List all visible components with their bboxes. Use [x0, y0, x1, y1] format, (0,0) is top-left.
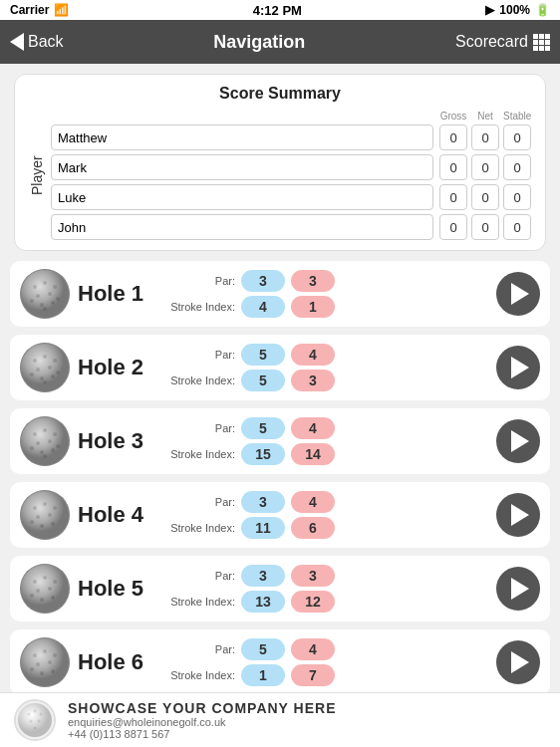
- par-blue-4: 3: [241, 491, 285, 513]
- hole-label-3: Hole 3: [78, 428, 157, 454]
- si-label-4: Stroke Index:: [165, 522, 235, 534]
- svg-point-43: [40, 524, 44, 528]
- stable-header: Stable: [503, 111, 531, 122]
- si-label-1: Stroke Index:: [165, 301, 235, 313]
- svg-point-27: [43, 428, 47, 432]
- holes-container: Hole 1 Par: 3 3 Stroke Index: 4 1: [0, 261, 560, 747]
- hole-row-6: Hole 6 Par: 5 4 Stroke Index: 1 7: [10, 629, 550, 695]
- back-arrow-icon: [10, 33, 24, 51]
- svg-point-38: [33, 506, 37, 510]
- svg-point-9: [30, 299, 34, 303]
- svg-point-31: [40, 450, 44, 454]
- par-row-3: Par: 5 4: [165, 417, 488, 439]
- play-icon-6: [511, 651, 529, 673]
- svg-point-7: [40, 303, 44, 307]
- par-blue-2: 5: [241, 344, 285, 366]
- footer-email: enquiries@wholeinonegolf.co.uk: [68, 716, 546, 728]
- back-button[interactable]: Back: [10, 33, 64, 51]
- play-button-1[interactable]: [496, 272, 540, 316]
- player-name-input-2[interactable]: [51, 184, 433, 210]
- svg-point-47: [21, 565, 69, 613]
- grid-icon: [533, 34, 550, 51]
- battery-label: 100%: [499, 3, 530, 17]
- par-blue-1: 3: [241, 270, 285, 292]
- net-score-0: 0: [471, 124, 499, 150]
- play-button-4[interactable]: [496, 493, 540, 537]
- si-pink-1: 1: [291, 296, 335, 318]
- hole-label-4: Hole 4: [78, 502, 157, 528]
- svg-point-45: [30, 520, 34, 524]
- svg-point-72: [38, 720, 41, 723]
- svg-point-44: [51, 522, 55, 526]
- footer-logo: [14, 699, 56, 741]
- svg-point-53: [40, 598, 44, 602]
- player-row-2: 0 0 0: [51, 184, 531, 210]
- status-bar: Carrier 📶 4:12 PM ▶ 100% 🔋: [0, 0, 560, 20]
- player-row-3: 0 0 0: [51, 214, 531, 240]
- hole-stats-6: Par: 5 4 Stroke Index: 1 7: [165, 638, 488, 686]
- hole-stats-1: Par: 3 3 Stroke Index: 4 1: [165, 270, 488, 318]
- svg-point-55: [30, 594, 34, 598]
- hole-label-5: Hole 5: [78, 576, 157, 602]
- si-label-6: Stroke Index:: [165, 669, 235, 681]
- svg-point-67: [18, 703, 52, 737]
- stable-score-0: 0: [503, 124, 531, 150]
- par-blue-3: 5: [241, 417, 285, 439]
- hole-row-1: Hole 1 Par: 3 3 Stroke Index: 4 1: [10, 261, 550, 327]
- svg-point-73: [34, 727, 37, 730]
- svg-point-18: [48, 366, 52, 370]
- hole-ball-5: [20, 564, 70, 614]
- play-button-3[interactable]: [496, 419, 540, 463]
- gross-score-1: 0: [439, 154, 467, 180]
- svg-point-29: [36, 441, 40, 445]
- score-nums-3: 0 0 0: [439, 214, 531, 240]
- svg-point-21: [30, 373, 34, 376]
- score-summary: Score Summary Player Gross Net Stable 0: [14, 74, 546, 251]
- svg-point-5: [36, 294, 40, 298]
- par-row-4: Par: 3 4: [165, 491, 488, 513]
- player-name-input-3[interactable]: [51, 214, 433, 240]
- svg-point-30: [48, 439, 52, 443]
- par-label-3: Par:: [165, 422, 235, 434]
- svg-point-11: [43, 307, 47, 311]
- signal-icon: ▶: [485, 3, 494, 17]
- si-row-5: Stroke Index: 13 12: [165, 591, 488, 613]
- svg-point-52: [48, 587, 52, 591]
- si-row-4: Stroke Index: 11 6: [165, 517, 488, 539]
- play-button-6[interactable]: [496, 640, 540, 684]
- player-name-input-0[interactable]: [51, 124, 433, 150]
- svg-point-28: [53, 432, 57, 436]
- si-pink-2: 3: [291, 370, 335, 391]
- svg-point-54: [51, 596, 55, 600]
- par-row-2: Par: 5 4: [165, 344, 488, 366]
- svg-point-2: [33, 285, 37, 289]
- play-icon-1: [511, 283, 529, 305]
- play-icon-3: [511, 430, 529, 452]
- footer-phone: +44 (0)113 8871 567: [68, 728, 546, 740]
- back-label: Back: [28, 33, 64, 51]
- play-button-5[interactable]: [496, 567, 540, 611]
- par-label-4: Par:: [165, 496, 235, 508]
- carrier-label: Carrier: [10, 3, 49, 17]
- player-name-input-1[interactable]: [51, 154, 433, 180]
- svg-point-16: [53, 359, 57, 363]
- si-pink-6: 7: [291, 664, 335, 686]
- play-icon-5: [511, 578, 529, 600]
- hole-label-2: Hole 2: [78, 355, 157, 380]
- svg-point-17: [36, 368, 40, 372]
- hole-row-3: Hole 3 Par: 5 4 Stroke Index: 15 14: [10, 408, 550, 474]
- par-pink-3: 4: [291, 417, 335, 439]
- si-pink-3: 14: [291, 443, 335, 465]
- par-label-2: Par:: [165, 349, 235, 361]
- hole-ball-1: [20, 269, 70, 319]
- net-score-1: 0: [471, 154, 499, 180]
- par-pink-2: 4: [291, 344, 335, 366]
- hole-stats-5: Par: 3 3 Stroke Index: 13 12: [165, 565, 488, 613]
- svg-point-41: [36, 515, 40, 519]
- play-button-2[interactable]: [496, 346, 540, 389]
- svg-point-40: [53, 506, 57, 510]
- svg-point-51: [36, 589, 40, 593]
- par-row-1: Par: 3 3: [165, 270, 488, 292]
- svg-point-19: [40, 376, 44, 380]
- scorecard-button[interactable]: Scorecard: [455, 33, 550, 51]
